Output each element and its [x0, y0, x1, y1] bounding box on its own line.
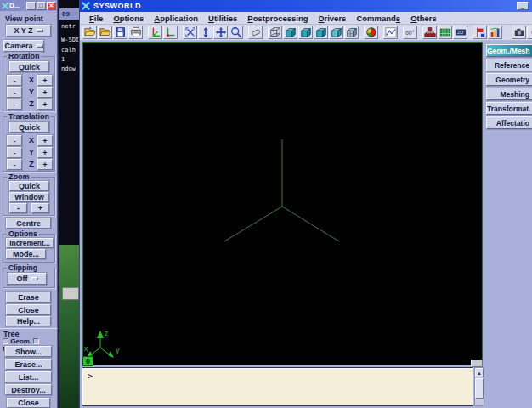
solid-cube-icon[interactable] — [329, 26, 343, 39]
menu-others[interactable]: Others — [405, 14, 442, 23]
rotate-x-minus-button[interactable]: - — [7, 75, 22, 86]
translate-z-plus-button[interactable]: + — [37, 159, 53, 170]
translate-y-plus-button[interactable]: + — [37, 147, 53, 158]
options-group: Options Increment... Mode... — [3, 234, 55, 263]
local-frame-icon[interactable] — [163, 26, 178, 39]
geom-checkbox[interactable]: Geom. — [3, 337, 31, 345]
tree-close-button[interactable]: Close — [7, 398, 50, 408]
mesh-grid-icon[interactable] — [438, 26, 452, 39]
material-sphere-icon[interactable] — [364, 26, 378, 39]
zoom-out-button[interactable]: - — [9, 203, 27, 213]
translation-quick-button[interactable]: Quick — [9, 122, 49, 133]
menu-drivers[interactable]: Drivers — [314, 14, 352, 23]
clipping-plane-dropdown[interactable]: Off — [8, 273, 47, 285]
menu-postprocessing[interactable]: Postprocessing — [242, 14, 313, 23]
xyz-label: X Y Z — [14, 26, 32, 35]
vertical-pan-icon[interactable] — [198, 26, 212, 39]
xyz-viewpoint-button[interactable]: X Y Z — [6, 25, 51, 37]
panel-button-geometry[interactable]: Geometry — [486, 73, 532, 86]
fit-view-icon[interactable] — [183, 26, 197, 39]
close-icon[interactable]: ✕ — [47, 2, 56, 10]
magenta-circle-icon[interactable] — [527, 26, 532, 39]
menu-application[interactable]: Application — [149, 14, 203, 23]
translate-x-minus-button[interactable]: - — [7, 135, 22, 146]
tree-structure-icon[interactable] — [422, 26, 437, 39]
increment-button[interactable]: Increment... — [6, 238, 54, 248]
rotate-y-plus-button[interactable]: + — [37, 87, 53, 98]
frame-counter-badge: 0 — [82, 356, 93, 366]
help-button[interactable]: Help... — [6, 316, 51, 326]
translate-z-minus-button[interactable]: - — [7, 159, 22, 170]
tree-panel: Tree Geom. Mesh Show... Erase... List...… — [0, 328, 58, 408]
tree-destroy-button[interactable]: Destroy... — [5, 384, 52, 395]
zoom-icon[interactable] — [229, 26, 243, 39]
panel-button-meshing[interactable]: Meshing — [486, 88, 532, 100]
mesh-cube-icon[interactable] — [344, 26, 359, 39]
erase-button[interactable]: Erase — [6, 292, 51, 303]
zoom-quick-button[interactable]: Quick — [9, 181, 49, 191]
zoom-in-button[interactable]: + — [31, 203, 49, 213]
rotation-quick-button[interactable]: Quick — [9, 61, 49, 72]
menu-utilities[interactable]: Utilities — [203, 14, 242, 23]
solid-cube-icon[interactable] — [283, 26, 297, 39]
minimize-button[interactable]: _ — [517, 2, 529, 10]
maximize-icon[interactable]: □ — [37, 2, 46, 10]
curve-plot-icon[interactable] — [383, 26, 398, 39]
centre-button[interactable]: Centre — [6, 218, 51, 229]
panel-button-transformation[interactable]: Transformat. — [486, 102, 532, 115]
rotate-z-plus-button[interactable]: + — [37, 99, 53, 110]
eraser-icon[interactable] — [248, 26, 263, 39]
flag-icon[interactable] — [473, 26, 487, 39]
panel-titlebar[interactable]: D... _ □ ✕ — [0, 0, 57, 11]
window-titlebar[interactable]: SYSWORLD _ — [80, 0, 532, 12]
solid-cube-icon[interactable] — [298, 26, 313, 39]
rotation-group: Rotation Quick - X + - Y + - Z + — [3, 56, 55, 111]
folder-icon[interactable] — [98, 26, 112, 39]
menu-file[interactable]: File — [84, 14, 108, 23]
sysworld-window: SYSWORLD _ File Options Application Util… — [79, 0, 532, 408]
panel-button-geom-mesh[interactable]: Geom./Mesh — [486, 44, 532, 57]
angle-measure-icon[interactable]: 60° — [403, 26, 417, 39]
terminal-text: 1 — [61, 56, 65, 63]
zoom-group: Zoom Quick Window - + — [3, 177, 55, 216]
tree-list-button[interactable]: List... — [5, 371, 52, 382]
print-icon[interactable] — [128, 26, 143, 39]
scroll-up-icon[interactable]: ▲ — [475, 368, 484, 377]
command-console[interactable]: > — [82, 367, 473, 406]
translate-y-minus-button[interactable]: - — [7, 147, 22, 158]
bar-chart-icon[interactable] — [488, 26, 502, 39]
camera-icon[interactable] — [512, 26, 526, 39]
pan-icon[interactable] — [213, 26, 228, 39]
scrollbar-corner[interactable] — [471, 360, 483, 367]
zoom-window-button[interactable]: Window — [9, 192, 49, 202]
console-scrollbar[interactable]: ▲ — [474, 367, 484, 406]
open-icon[interactable] — [82, 26, 97, 39]
tag-2d-icon[interactable]: 2D — [453, 26, 467, 39]
tree-erase-button[interactable]: Erase... — [5, 359, 52, 370]
panel-button-affectation[interactable]: Affectatio — [486, 116, 532, 129]
solid-cube-icon[interactable] — [314, 26, 328, 39]
task-panel: Geom./Mesh Reference Geometry Meshing Tr… — [486, 44, 532, 131]
minimize-icon[interactable]: _ — [26, 2, 36, 10]
menu-indicator-icon — [31, 277, 38, 280]
scrollbar-thumb[interactable] — [475, 378, 484, 399]
mode-button[interactable]: Mode... — [6, 249, 46, 259]
viewpoint-axes-icon[interactable] — [148, 26, 162, 39]
rotate-y-minus-button[interactable]: - — [7, 87, 22, 98]
svg-text:2D: 2D — [457, 30, 463, 35]
viewport-axes-drawing: z x y — [83, 43, 482, 365]
rotation-z-label: Z — [26, 99, 37, 108]
3d-viewport[interactable]: z x y — [82, 42, 483, 366]
tree-show-button[interactable]: Show... — [5, 346, 52, 357]
close-button[interactable]: Close — [6, 304, 51, 315]
triad-y-label: y — [116, 346, 120, 354]
save-icon[interactable] — [113, 26, 127, 39]
panel-button-reference[interactable]: Reference — [486, 59, 532, 71]
rotate-z-minus-button[interactable]: - — [7, 99, 22, 110]
menu-commands[interactable]: Commands — [351, 14, 405, 23]
menu-options[interactable]: Options — [108, 14, 149, 23]
camera-button[interactable]: Camera — [3, 40, 44, 52]
rotate-x-plus-button[interactable]: + — [37, 75, 53, 86]
wireframe-box-icon[interactable] — [268, 26, 282, 39]
translate-x-plus-button[interactable]: + — [37, 135, 53, 146]
